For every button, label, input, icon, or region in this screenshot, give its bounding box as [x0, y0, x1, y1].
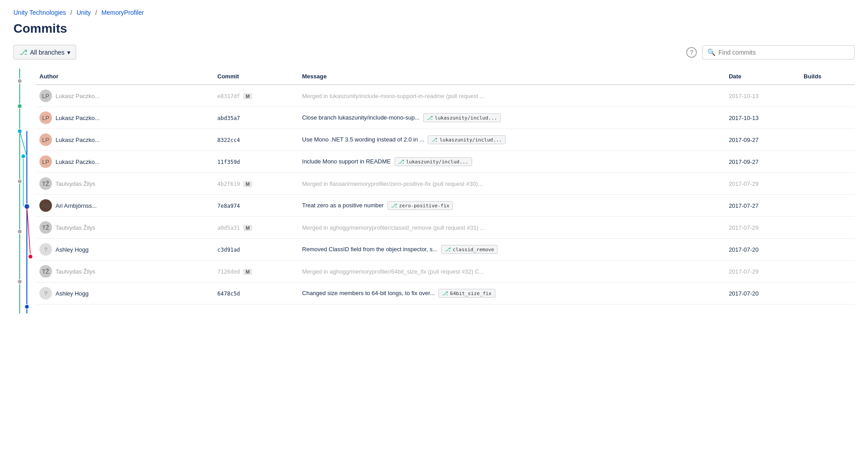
- commit-hash[interactable]: 7126ded: [217, 269, 240, 275]
- commit-message[interactable]: Use Mono .NET 3.5 wording instead of 2.0…: [302, 136, 425, 143]
- builds-cell: [800, 217, 855, 239]
- author-name: Lukasz Paczko...: [56, 93, 99, 99]
- commit-hash[interactable]: 4b2f619: [217, 181, 240, 187]
- col-builds: Builds: [800, 69, 855, 85]
- toolbar: ⎇ All branches ▾ ? 🔍: [13, 45, 855, 60]
- author-name: Lukasz Paczko...: [56, 115, 99, 121]
- commits-table: Author Commit Message Date Builds LP Luk…: [36, 69, 855, 304]
- commit-message[interactable]: Close branch lukaszunity/include-mono-su…: [302, 114, 420, 121]
- breadcrumb-parent[interactable]: Unity: [77, 9, 91, 16]
- author-cell: TŽ Tautvydas Žilys: [36, 173, 214, 195]
- avatar: LP: [39, 133, 52, 146]
- date-cell: 2017-07-20: [725, 283, 800, 304]
- col-commit: Commit: [214, 69, 298, 85]
- author-name: Tautvydas Žilys: [56, 268, 95, 275]
- commit-message[interactable]: Merged in aghogg/memoryprofiler/classid_…: [302, 224, 485, 231]
- table-row[interactable]: ? Ashley Hogg c3d91adRemoved ClassID fie…: [36, 239, 855, 261]
- chevron-down-icon: ▾: [67, 49, 70, 56]
- svg-line-6: [20, 131, 27, 156]
- message-cell: Close branch lukaszunity/include-mono-su…: [299, 107, 726, 129]
- commit-graph-svg: [13, 69, 36, 313]
- branch-dropdown[interactable]: ⎇ All branches ▾: [13, 45, 76, 60]
- table-row[interactable]: TŽ Tautvydas Žilys 4b2f619 MMerged in fl…: [36, 173, 855, 195]
- commit-cell: 7126ded M: [214, 261, 298, 283]
- commit-message[interactable]: Treat zero as a positive number: [302, 202, 384, 209]
- commit-hash[interactable]: e8317df: [217, 93, 240, 99]
- builds-cell: [800, 129, 855, 151]
- svg-point-3: [17, 79, 22, 83]
- message-cell: Merged in lukaszunity/include-mono-suppo…: [299, 85, 726, 107]
- avatar: TŽ: [39, 265, 52, 278]
- commit-hash[interactable]: 11f359d: [217, 159, 240, 165]
- help-icon[interactable]: ?: [686, 47, 697, 58]
- commit-message[interactable]: Changed size members to 64-bit longs, to…: [302, 290, 435, 296]
- table-row[interactable]: LP Lukasz Paczko... e8317df MMerged in l…: [36, 85, 855, 107]
- author-cell: LP Lukasz Paczko...: [36, 151, 214, 173]
- avatar: TŽ: [39, 177, 52, 190]
- svg-point-12: [28, 254, 33, 259]
- table-row[interactable]: LP Lukasz Paczko... 8322cc4Use Mono .NET…: [36, 129, 855, 151]
- col-author: Author: [36, 69, 214, 85]
- commit-cell: 8322cc4: [214, 129, 298, 151]
- commits-table-wrapper: Author Commit Message Date Builds LP Luk…: [36, 69, 855, 304]
- author-name: Lukasz Paczko...: [56, 137, 99, 143]
- avatar: LP: [39, 155, 52, 168]
- breadcrumb-repo[interactable]: MemoryProfiler: [102, 9, 144, 16]
- author-name: Ari Arnbjörnss...: [56, 202, 97, 209]
- date-cell: 2017-09-27: [725, 151, 800, 173]
- author-cell: AA Ari Arnbjörnss...: [36, 195, 214, 217]
- commit-message[interactable]: Merged in aghogg/memoryprofiler/64bit_si…: [302, 268, 484, 275]
- commit-date: 2017-09-27: [729, 137, 759, 143]
- col-message: Message: [299, 69, 726, 85]
- commit-hash[interactable]: abd35a7: [217, 115, 240, 121]
- message-cell: Merged in aghogg/memoryprofiler/64bit_si…: [299, 261, 726, 283]
- commit-message[interactable]: Merged in flassari/memoryprofiler/zero-p…: [302, 180, 483, 187]
- author-cell: ? Ashley Hogg: [36, 283, 214, 304]
- table-row[interactable]: TŽ Tautvydas Žilys 7126ded MMerged in ag…: [36, 261, 855, 283]
- merge-badge: M: [243, 225, 252, 231]
- branch-label: All branches: [30, 49, 64, 56]
- commit-message[interactable]: Include Mono support in README: [302, 158, 391, 165]
- builds-cell: [800, 151, 855, 173]
- table-row[interactable]: ? Ashley Hogg 6478c5dChanged size member…: [36, 283, 855, 304]
- merge-badge: M: [243, 181, 252, 187]
- commit-hash[interactable]: c3d91ad: [217, 247, 240, 253]
- branch-tag[interactable]: ⎇zero-positive-fix: [387, 201, 453, 210]
- branch-tag[interactable]: ⎇lukaszunity/includ...: [395, 157, 472, 166]
- branch-tag-icon: ⎇: [391, 202, 397, 209]
- author-name: Ashley Hogg: [56, 290, 89, 297]
- breadcrumb-org[interactable]: Unity Technologies: [13, 9, 66, 16]
- author-cell: LP Lukasz Paczko...: [36, 107, 214, 129]
- commit-hash[interactable]: 7e8a974: [217, 203, 240, 209]
- builds-cell: [800, 85, 855, 107]
- builds-cell: [800, 239, 855, 261]
- svg-point-4: [17, 104, 22, 108]
- commit-message[interactable]: Merged in lukaszunity/include-mono-suppo…: [302, 93, 485, 99]
- commit-hash[interactable]: 6478c5d: [217, 291, 240, 297]
- svg-point-8: [17, 179, 22, 184]
- branch-tag-icon: ⎇: [431, 137, 438, 143]
- toolbar-right: ? 🔍: [686, 45, 855, 60]
- branch-tag[interactable]: ⎇lukaszunity/includ...: [428, 135, 505, 144]
- commit-message[interactable]: Removed ClassID field from the object in…: [302, 246, 438, 253]
- branch-tag[interactable]: ⎇classid_remove: [441, 245, 498, 254]
- table-row[interactable]: LP Lukasz Paczko... 11f359dInclude Mono …: [36, 151, 855, 173]
- commit-hash[interactable]: 8322cc4: [217, 137, 240, 143]
- page-title: Commits: [13, 21, 855, 36]
- builds-cell: [800, 195, 855, 217]
- builds-cell: [800, 283, 855, 304]
- commit-cell: 4b2f619 M: [214, 173, 298, 195]
- search-input[interactable]: [718, 49, 850, 56]
- commit-cell: 6478c5d: [214, 283, 298, 304]
- table-row[interactable]: AA Ari Arnbjörnss... 7e8a974Treat zero a…: [36, 195, 855, 217]
- branch-tag-icon: ⎇: [427, 115, 433, 121]
- table-row[interactable]: LP Lukasz Paczko... abd35a7Close branch …: [36, 107, 855, 129]
- commit-hash[interactable]: a0d5a31: [217, 225, 240, 231]
- branch-tag[interactable]: ⎇lukaszunity/includ...: [423, 113, 501, 122]
- avatar: ?: [39, 287, 52, 300]
- svg-line-11: [27, 206, 30, 257]
- message-cell: Use Mono .NET 3.5 wording instead of 2.0…: [299, 129, 726, 151]
- table-row[interactable]: TŽ Tautvydas Žilys a0d5a31 MMerged in ag…: [36, 217, 855, 239]
- branch-tag[interactable]: ⎇64bit_size_fix: [438, 289, 495, 298]
- commits-container: Author Commit Message Date Builds LP Luk…: [13, 69, 855, 304]
